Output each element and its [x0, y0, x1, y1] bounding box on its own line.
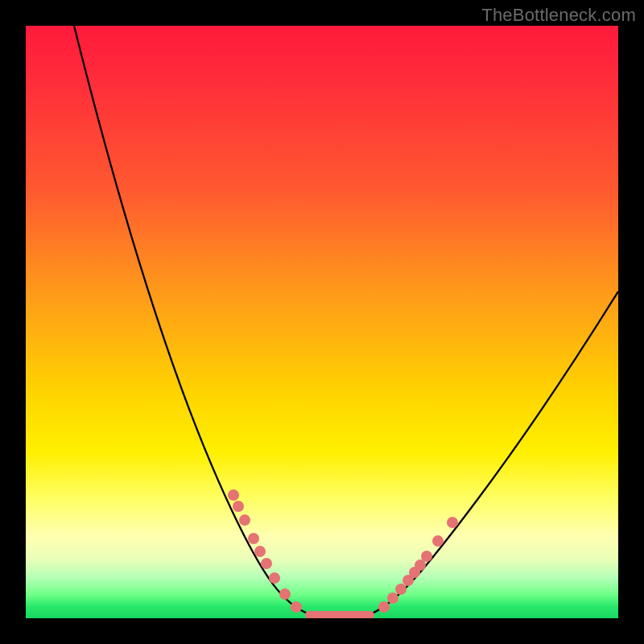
- watermark-text: TheBottleneck.com: [481, 5, 636, 26]
- bead: [421, 551, 432, 562]
- plot-area: [26, 26, 618, 618]
- bead: [279, 588, 291, 600]
- bead: [228, 489, 239, 501]
- bead: [432, 535, 444, 547]
- bead: [378, 601, 390, 613]
- bead: [447, 517, 458, 528]
- bead: [233, 501, 244, 512]
- bead: [395, 584, 407, 595]
- outer-frame: TheBottleneck.com: [0, 0, 644, 644]
- beads-right: [378, 517, 458, 613]
- bead: [261, 558, 272, 569]
- bead: [239, 514, 250, 526]
- bead: [291, 601, 302, 613]
- bead: [387, 592, 398, 604]
- curve-path: [74, 26, 618, 618]
- bead: [269, 572, 280, 584]
- bead: [254, 546, 266, 557]
- bead: [248, 533, 259, 544]
- bottleneck-curve: [26, 26, 618, 618]
- beads-left: [228, 489, 302, 613]
